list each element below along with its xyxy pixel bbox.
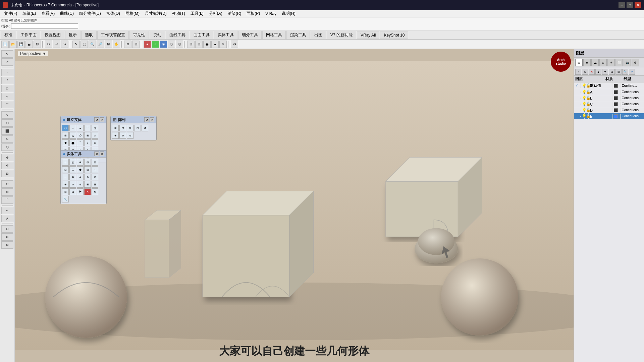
left-trim-icon[interactable]: ✂ <box>1 180 13 188</box>
save-icon[interactable]: 💾 <box>17 41 25 48</box>
layer-cell-color-a[interactable] <box>612 89 621 95</box>
solidtools-panel-header[interactable]: ● 实体工具 ⚙ ✕ <box>61 150 106 158</box>
st-icon-12[interactable]: ⊗ <box>69 174 76 180</box>
minimize-button[interactable]: ─ <box>619 2 625 8</box>
array-icon-4[interactable]: ⊟ <box>134 125 141 131</box>
obj-prop-icon[interactable]: ⊞ <box>195 41 203 48</box>
rp-environment-icon[interactable]: ☁ <box>591 59 599 66</box>
solid-icon-5[interactable]: ◎ <box>92 125 98 131</box>
rp-camera-icon[interactable]: 📷 <box>624 59 631 66</box>
left-fillet-icon[interactable]: ⌒ <box>1 196 13 204</box>
rp-texture-icon[interactable]: ⊟ <box>599 59 607 66</box>
st-icon-21[interactable]: ⊠ <box>62 188 69 195</box>
left-box-icon[interactable]: ⬡ <box>1 143 13 151</box>
solidtools-panel-gear[interactable]: ⚙ <box>94 152 99 156</box>
layer-cell-name-e[interactable]: E <box>589 114 612 119</box>
solid-icon-13[interactable]: ⌒ <box>77 139 84 146</box>
lt-sort-icon[interactable]: ⊞ <box>615 69 622 75</box>
select-icon[interactable]: ↖ <box>72 41 80 48</box>
rp-settings-icon[interactable]: ⚙ <box>632 59 639 66</box>
left-select2-icon[interactable]: ↗ <box>1 58 13 66</box>
solid-icon-14[interactable]: / <box>84 139 91 146</box>
environment-icon[interactable]: ☁ <box>211 41 219 48</box>
menu-file[interactable]: 文件(F) <box>1 10 20 17</box>
undo-icon[interactable]: ↩ <box>53 41 60 48</box>
tab-rendertools[interactable]: 渲染工具 <box>286 31 310 39</box>
left-surface-icon[interactable]: ⬡ <box>1 119 13 127</box>
toolbar-options-icon[interactable]: ⚙ <box>231 41 238 48</box>
solid-icon-1[interactable]: ⬡ <box>62 125 69 131</box>
cut-icon[interactable]: ✂ <box>45 41 52 48</box>
tab-vrayall[interactable]: VRay All <box>357 32 379 39</box>
solid-panel-close[interactable]: ✕ <box>100 117 104 122</box>
menu-analyze[interactable]: 分析(A) <box>206 10 225 17</box>
solid-icon-8[interactable]: ⬠ <box>77 132 84 139</box>
layer-row-a[interactable]: 💡 🔓 A Continuous <box>574 89 644 95</box>
st-icon-1[interactable]: ○ <box>62 159 69 166</box>
ghosted-icon[interactable]: ◎ <box>176 41 183 48</box>
layer-cell-vis-c[interactable]: 💡 <box>581 101 585 107</box>
layer-cell-name-c[interactable]: C <box>589 102 612 107</box>
lt-delete-icon[interactable]: ✕ <box>589 69 595 75</box>
st-icon-24[interactable]: ✕ <box>84 188 91 195</box>
layer-cell-name-d[interactable]: D <box>589 108 612 113</box>
array-panel-gear[interactable]: ⚙ <box>144 117 149 122</box>
rp-ground-icon[interactable]: ⬜ <box>615 59 623 66</box>
left-misc3-icon[interactable]: ⊠ <box>1 241 13 249</box>
left-scale-icon[interactable]: ⊡ <box>1 170 13 177</box>
lt-new-sublayer-icon[interactable]: ⊕ <box>582 69 588 75</box>
solid-icon-10[interactable]: ◇ <box>92 132 98 139</box>
menu-mesh[interactable]: 网格(M) <box>123 10 142 17</box>
solid-icon-4[interactable]: ⌒ <box>84 125 91 131</box>
st-icon-15[interactable]: ⊙ <box>92 174 98 180</box>
layer-row-default[interactable]: ✓ 💡 🔓 默认值 Continu... <box>574 82 644 89</box>
st-icon-16[interactable]: ⊛ <box>62 181 69 188</box>
st-icon-17[interactable]: ⊜ <box>69 181 76 188</box>
layer-cell-vis-a[interactable]: 💡 <box>581 89 585 95</box>
layer-cell-vis-default[interactable]: 💡 <box>581 83 585 88</box>
window-select-icon[interactable]: ⬚ <box>80 41 88 48</box>
left-arc-icon[interactable]: ⌒ <box>1 101 13 108</box>
solid-panel-header[interactable]: ● 建立实体 ⚙ ✕ <box>61 116 106 123</box>
solid-icon-12[interactable]: ⬤ <box>69 139 76 146</box>
layer-cell-color-e[interactable] <box>612 114 621 119</box>
st-icon-9[interactable]: ⊞ <box>84 166 91 173</box>
tab-v7new[interactable]: V7 的新功能 <box>327 31 356 39</box>
layer-cell-lock-b[interactable]: 🔓 <box>585 95 589 101</box>
array-icon-5[interactable]: ↺ <box>142 125 148 131</box>
tab-standard[interactable]: 标准 <box>1 31 16 39</box>
new-icon[interactable]: 📄 <box>1 41 9 48</box>
tab-transform[interactable]: 变动 <box>150 31 165 39</box>
lt-down-icon[interactable]: ▼ <box>602 69 608 75</box>
left-join-icon[interactable]: ⊞ <box>1 188 13 196</box>
layer-row-c[interactable]: 💡 🔓 C Continuous <box>574 101 644 107</box>
tab-solidtools[interactable]: 实体工具 <box>214 31 237 39</box>
left-extrude-icon[interactable]: ⬛ <box>1 127 13 135</box>
tab-surfacetools[interactable]: 曲面工具 <box>190 31 213 39</box>
solid-icon-11[interactable]: ⬣ <box>62 139 69 146</box>
tab-workplane[interactable]: 工作平面 <box>17 31 40 39</box>
tab-keyshot[interactable]: KeyShot 10 <box>380 32 408 39</box>
close-button[interactable]: ✕ <box>635 2 641 8</box>
tab-visibility[interactable]: 可见性 <box>129 31 149 39</box>
layer-cell-lock-e[interactable]: 🔓 <box>585 113 589 119</box>
tab-viewconfig[interactable]: 工作视窗配置 <box>97 31 129 39</box>
zoom-out-icon[interactable]: 🔎 <box>97 41 104 48</box>
layer-cell-name-default[interactable]: 默认值 <box>589 82 612 89</box>
layer-row-d[interactable]: 💡 🔓 D Continuous <box>574 107 644 113</box>
layer-cell-color-default[interactable] <box>612 83 621 88</box>
menu-panel[interactable]: 面板(P) <box>244 10 263 17</box>
st-icon-5[interactable]: ⊠ <box>92 159 98 166</box>
zoom-in-icon[interactable]: 🔍 <box>89 41 96 48</box>
st-icon-25[interactable]: ⚙ <box>92 188 98 195</box>
menu-edit[interactable]: 编辑(E) <box>20 10 39 17</box>
st-icon-3[interactable]: ⊕ <box>77 159 84 166</box>
left-revolve-icon[interactable]: ↻ <box>1 135 13 143</box>
layer-cell-color-b[interactable] <box>612 96 621 101</box>
left-curve-icon[interactable]: ∿ <box>1 111 13 119</box>
st-icon-19[interactable]: ⊞ <box>84 181 91 188</box>
tab-curvetools[interactable]: 曲线工具 <box>166 31 189 39</box>
layer-cell-lock-a[interactable]: 🔓 <box>585 89 589 95</box>
left-move-icon[interactable]: ⊕ <box>1 154 13 161</box>
lt-filter-icon[interactable]: ⊟ <box>609 69 615 75</box>
